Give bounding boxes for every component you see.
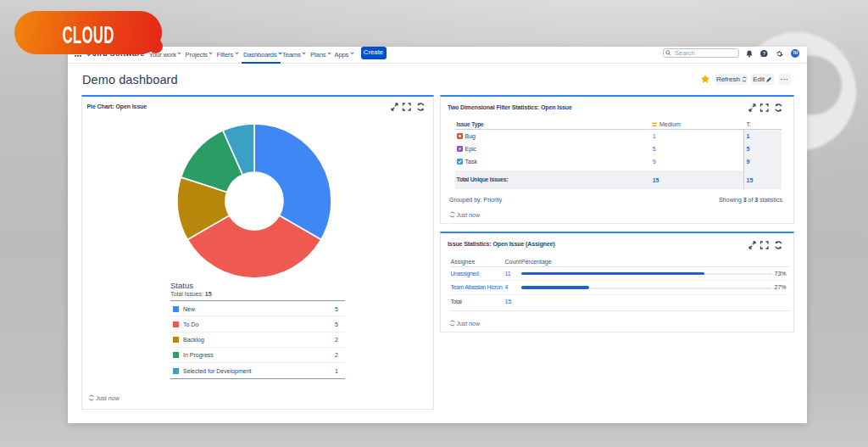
svg-text:?: ? <box>763 51 765 56</box>
